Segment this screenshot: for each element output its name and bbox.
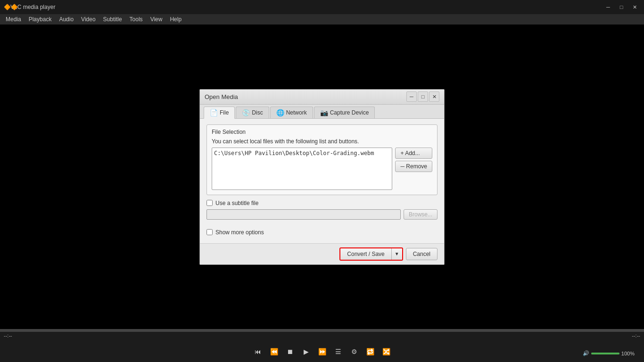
network-icon: 🌐 <box>276 109 284 116</box>
tab-file-label: File <box>220 109 229 116</box>
extended-settings-button[interactable]: ⚙ <box>347 345 361 358</box>
window-controls: ─ □ ✕ <box>603 2 640 12</box>
browse-button: Browse... <box>404 209 438 220</box>
file-selection-hint: You can select local files with the foll… <box>212 138 432 145</box>
file-selection-title: File Selection <box>212 129 432 135</box>
menu-audio[interactable]: Audio <box>55 15 77 24</box>
convert-save-wrapper: Convert / Save ▼ <box>339 247 403 261</box>
menu-playback[interactable]: Playback <box>25 15 56 24</box>
time-left: --:-- <box>4 333 12 338</box>
convert-save-dropdown-button[interactable]: ▼ <box>392 248 402 260</box>
fast-forward-button[interactable]: ⏩ <box>315 345 329 358</box>
bottom-bar: --:-- --:-- ⏮ ⏪ ⏹ ▶ ⏩ ☰ ⚙ 🔁 🔀 🔊 100% <box>0 329 644 362</box>
tab-network-label: Network <box>286 109 307 116</box>
dialog-title: Open Media <box>205 93 405 100</box>
cancel-button[interactable]: Cancel <box>406 248 438 260</box>
subtitle-path-row: Browse... <box>206 209 438 220</box>
stop-button[interactable]: ⏹ <box>283 345 297 358</box>
subtitle-checkbox-row: Use a subtitle file <box>206 200 438 206</box>
volume-fill <box>591 353 619 354</box>
tab-capture-label: Capture Device <box>330 109 369 116</box>
menu-help[interactable]: Help <box>166 15 185 24</box>
dialog-close-button[interactable]: ✕ <box>429 91 439 102</box>
volume-icon: 🔊 <box>583 350 589 356</box>
file-icon: 📄 <box>210 109 218 116</box>
dialog-tabs: 📄 File 💿 Disc 🌐 Network 📷 Capture Device <box>200 105 444 119</box>
loop-button[interactable]: 🔁 <box>363 345 377 358</box>
add-button[interactable]: + Add... <box>395 148 432 159</box>
playlist-button[interactable]: ☰ <box>331 345 345 358</box>
dialog-minimize-button[interactable]: ─ <box>406 91 417 102</box>
maximize-button[interactable]: □ <box>616 2 627 12</box>
playback-controls: ⏮ ⏪ ⏹ ▶ ⏩ ☰ ⚙ 🔁 🔀 <box>0 345 644 358</box>
volume-area: 🔊 100% <box>583 350 635 356</box>
show-more-row: Show more options <box>200 229 444 239</box>
capture-icon: 📷 <box>320 109 328 116</box>
file-selection-group: File Selection You can select local file… <box>206 124 438 195</box>
tab-disc[interactable]: 💿 Disc <box>236 107 269 118</box>
titlebar: 🔶 VLC media player ─ □ ✕ <box>0 0 644 14</box>
file-buttons: + Add... ─ Remove <box>395 148 432 172</box>
remove-button[interactable]: ─ Remove <box>395 161 432 172</box>
close-button[interactable]: ✕ <box>629 2 640 12</box>
convert-save-button[interactable]: Convert / Save <box>340 248 391 260</box>
dialog-body: File Selection You can select local file… <box>200 119 444 225</box>
tab-capture[interactable]: 📷 Capture Device <box>314 107 375 118</box>
dialog-titlebar: Open Media ─ □ ✕ <box>200 90 444 105</box>
menu-view[interactable]: View <box>147 15 166 24</box>
vlc-icon: 🔶 <box>4 4 10 10</box>
play-button[interactable]: ▶ <box>299 345 313 358</box>
disc-icon: 💿 <box>242 109 250 116</box>
dialog-footer: Convert / Save ▼ Cancel <box>200 243 444 264</box>
volume-bar[interactable] <box>591 353 619 354</box>
subtitle-section: Use a subtitle file Browse... <box>206 200 438 220</box>
app-title: VLC media player <box>10 4 603 10</box>
rewind-button[interactable]: ⏪ <box>267 345 281 358</box>
shuffle-button[interactable]: 🔀 <box>380 345 393 358</box>
tab-disc-label: Disc <box>252 109 263 116</box>
open-media-dialog: Open Media ─ □ ✕ 📄 File 💿 Disc 🌐 Network… <box>199 89 445 265</box>
subtitle-label[interactable]: Use a subtitle file <box>215 200 258 206</box>
minimize-button[interactable]: ─ <box>603 2 614 12</box>
file-row: + Add... ─ Remove <box>212 148 432 190</box>
menubar: Media Playback Audio Video Subtitle Tool… <box>0 14 644 25</box>
menu-media[interactable]: Media <box>2 15 25 24</box>
tab-file[interactable]: 📄 File <box>204 107 235 119</box>
menu-video[interactable]: Video <box>77 15 99 24</box>
subtitle-path-input[interactable] <box>206 209 401 220</box>
file-list[interactable] <box>212 148 392 190</box>
menu-tools[interactable]: Tools <box>126 15 147 24</box>
volume-label: 100% <box>621 351 635 356</box>
tab-network[interactable]: 🌐 Network <box>270 107 313 118</box>
dialog-maximize-button[interactable]: □ <box>418 91 428 102</box>
dialog-overlay: Open Media ─ □ ✕ 📄 File 💿 Disc 🌐 Network… <box>0 25 644 329</box>
show-more-checkbox[interactable] <box>206 229 213 235</box>
show-more-label[interactable]: Show more options <box>215 229 264 236</box>
prev-button[interactable]: ⏮ <box>251 345 264 358</box>
seekbar[interactable] <box>0 329 644 332</box>
menu-subtitle[interactable]: Subtitle <box>99 15 126 24</box>
subtitle-checkbox[interactable] <box>206 200 213 206</box>
time-right: --:-- <box>632 333 640 338</box>
